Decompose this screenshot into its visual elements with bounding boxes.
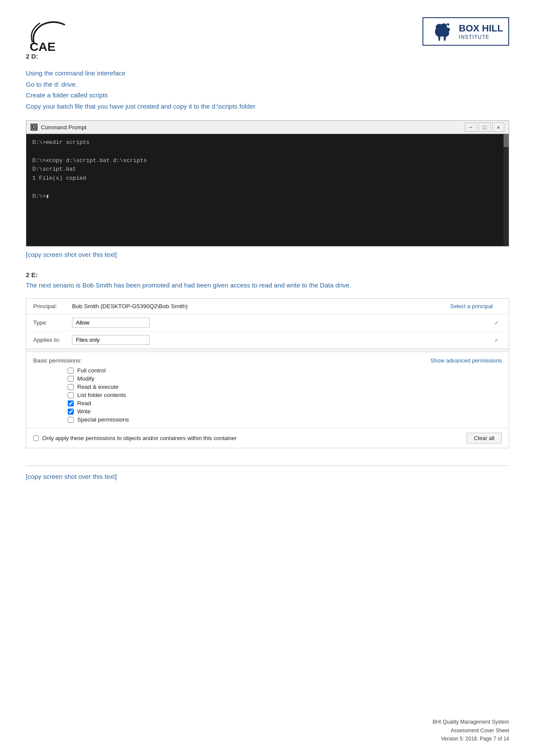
- copy-placeholder-2: [copy screen shot over this text]: [26, 465, 509, 480]
- apply-checkbox[interactable]: [33, 435, 39, 441]
- checkbox-label-cb_read: Read: [77, 400, 91, 406]
- footer-line1: BHI Quality Management System: [433, 718, 509, 726]
- principal-value: Bob Smith (DESKTOP-G5390Q2\Bob Smith): [72, 303, 450, 309]
- applies-select[interactable]: Files only: [72, 335, 150, 345]
- instruction-line2: Go to the d: drive.: [26, 79, 509, 90]
- cae-section-label: 2 D:: [26, 53, 38, 60]
- checkbox-cb_modify[interactable]: [68, 376, 74, 382]
- apply-row: Only apply these permissions to objects …: [26, 428, 509, 448]
- principal-label: Principal:: [33, 303, 72, 309]
- checkbox-item-cb_list[interactable]: List folder contents: [68, 392, 502, 398]
- cmd-title: Command Prompt: [41, 124, 86, 131]
- select-principal-link[interactable]: Select a principal: [450, 303, 502, 309]
- type-select-wrapper[interactable]: Allow: [72, 318, 502, 328]
- applies-label: Applies to:: [33, 337, 72, 343]
- checkbox-label-cb_write: Write: [77, 408, 91, 415]
- bhi-text: BOX HILL INSTITUTE: [459, 23, 503, 41]
- show-advanced-link[interactable]: Show advanced permissions: [431, 357, 502, 364]
- principal-row: Principal: Bob Smith (DESKTOP-G5390Q2\Bo…: [26, 299, 509, 314]
- footer-line2: Assessment Cover Sheet: [433, 727, 509, 735]
- cmd-close-btn[interactable]: ×: [492, 122, 504, 132]
- checkbox-cb_list[interactable]: [68, 392, 74, 398]
- cmd-maximize-btn[interactable]: □: [479, 122, 491, 132]
- cmd-icon: C\: [31, 124, 38, 131]
- command-prompt-window: C\ Command Prompt − □ × D:\>mkdir script…: [26, 120, 509, 247]
- cmd-body-wrapper: D:\>mkdir scripts D:\>xcopy d:\script.ba…: [26, 134, 509, 246]
- copy-placeholder-1: [copy screen shot over this text]: [26, 251, 509, 258]
- cae-logo-svg: CAE: [26, 17, 73, 52]
- type-row: Type: Allow: [26, 314, 509, 331]
- svg-text:C\: C\: [32, 125, 36, 130]
- type-label: Type:: [33, 319, 72, 326]
- checkbox-label-cb_readexec: Read & execute: [77, 384, 119, 390]
- checkbox-label-cb_special: Special permissions: [77, 416, 129, 423]
- header: CAE 2 D: BOX HILL INSTITUTE: [26, 17, 509, 60]
- applies-select-wrapper[interactable]: Files only: [72, 335, 502, 345]
- bhi-horse-icon: [429, 21, 454, 42]
- checkbox-cb_special[interactable]: [68, 417, 74, 423]
- instruction-line3: Create a folder called scripts: [26, 90, 509, 101]
- cmd-scrollbar-thumb[interactable]: [504, 134, 509, 147]
- apply-label: Only apply these permissions to objects …: [42, 435, 237, 441]
- cae-logo: CAE 2 D:: [26, 17, 73, 60]
- checkbox-label-cb_full: Full control: [77, 367, 106, 374]
- bhi-institute-label: INSTITUTE: [459, 34, 503, 40]
- svg-text:CAE: CAE: [30, 40, 56, 52]
- instruction-line1: Using the command line intereface: [26, 68, 509, 79]
- clear-all-button[interactable]: Clear all: [466, 433, 502, 444]
- cmd-body: D:\>mkdir scripts D:\>xcopy d:\script.ba…: [26, 134, 509, 246]
- checkbox-label-cb_list: List folder contents: [77, 392, 126, 398]
- footer-line3: Version 5: 2018. Page 7 of 14: [433, 735, 509, 743]
- checkbox-item-cb_write[interactable]: Write: [68, 408, 502, 415]
- perm-separator: [26, 349, 509, 352]
- checkbox-item-cb_special[interactable]: Special permissions: [68, 416, 502, 423]
- checkbox-cb_write[interactable]: [68, 409, 74, 415]
- bhi-box-label: BOX HILL: [459, 23, 503, 34]
- basic-perms-header: Basic permissions: Show advanced permiss…: [33, 357, 502, 364]
- instructions-block: Using the command line intereface Go to …: [26, 68, 509, 112]
- type-select[interactable]: Allow: [72, 318, 150, 328]
- basic-perms-title: Basic permissions:: [33, 357, 82, 364]
- applies-row: Applies to: Files only: [26, 331, 509, 349]
- checkbox-cb_readexec[interactable]: [68, 384, 74, 390]
- permissions-panel: Principal: Bob Smith (DESKTOP-G5390Q2\Bo…: [26, 298, 509, 448]
- checkbox-label-cb_modify: Modify: [77, 375, 94, 382]
- section2-label: 2 E:: [26, 271, 509, 278]
- section2-description: The next senario is Bob Smith has been p…: [26, 280, 509, 291]
- cmd-scrollbar[interactable]: [504, 134, 509, 246]
- checkbox-list: Full controlModifyRead & executeList fol…: [68, 367, 502, 423]
- bhi-logo: BOX HILL INSTITUTE: [422, 17, 509, 46]
- cmd-controls[interactable]: − □ ×: [465, 122, 504, 132]
- checkbox-item-cb_full[interactable]: Full control: [68, 367, 502, 374]
- cmd-titlebar-left: C\ Command Prompt: [31, 124, 86, 131]
- cmd-titlebar: C\ Command Prompt − □ ×: [26, 121, 509, 134]
- checkbox-item-cb_read[interactable]: Read: [68, 400, 502, 406]
- basic-permissions-section: Basic permissions: Show advanced permiss…: [26, 352, 509, 428]
- checkbox-item-cb_modify[interactable]: Modify: [68, 375, 502, 382]
- footer: BHI Quality Management System Assessment…: [433, 718, 509, 743]
- instruction-line4: Copy your batch file that you have just …: [26, 101, 509, 112]
- apply-checkbox-wrapper[interactable]: Only apply these permissions to objects …: [33, 435, 237, 441]
- checkbox-cb_full[interactable]: [68, 368, 74, 374]
- checkbox-cb_read[interactable]: [68, 400, 74, 406]
- cmd-minimize-btn[interactable]: −: [465, 122, 477, 132]
- checkbox-item-cb_readexec[interactable]: Read & execute: [68, 384, 502, 390]
